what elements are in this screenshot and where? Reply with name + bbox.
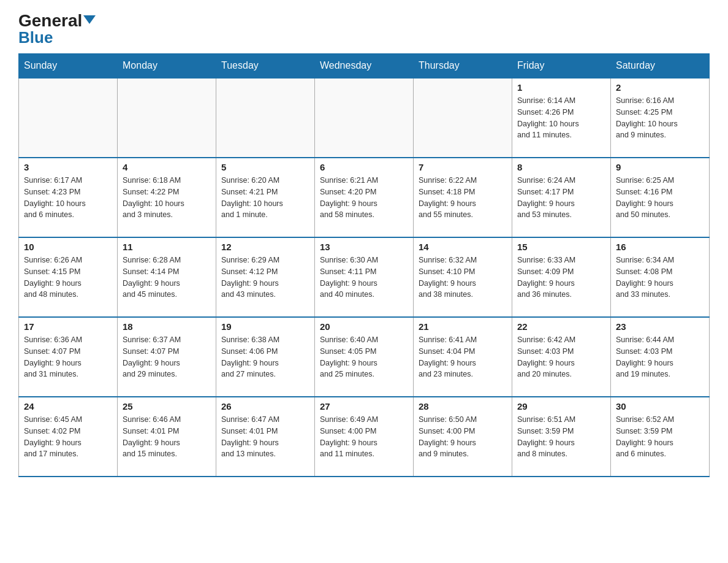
day-number: 20 <box>320 321 408 332</box>
calendar-cell: 22Sunrise: 6:42 AMSunset: 4:03 PMDayligh… <box>512 317 611 397</box>
calendar-cell: 14Sunrise: 6:32 AMSunset: 4:10 PMDayligh… <box>414 237 512 317</box>
day-number: 17 <box>24 321 112 332</box>
calendar-cell: 8Sunrise: 6:24 AMSunset: 4:17 PMDaylight… <box>512 158 611 237</box>
calendar-cell: 27Sunrise: 6:49 AMSunset: 4:00 PMDayligh… <box>315 397 414 477</box>
day-number: 22 <box>517 321 605 332</box>
day-number: 23 <box>616 321 704 332</box>
calendar-cell: 1Sunrise: 6:14 AMSunset: 4:26 PMDaylight… <box>512 78 611 158</box>
logo: General Blue <box>18 12 96 47</box>
day-number: 14 <box>419 242 507 252</box>
day-number: 26 <box>221 401 309 412</box>
day-number: 27 <box>320 401 408 412</box>
day-number: 2 <box>616 82 704 93</box>
day-info: Sunrise: 6:38 AMSunset: 4:06 PMDaylight:… <box>221 334 309 380</box>
day-info: Sunrise: 6:14 AMSunset: 4:26 PMDaylight:… <box>517 95 605 141</box>
day-info: Sunrise: 6:49 AMSunset: 4:00 PMDaylight:… <box>320 414 408 460</box>
day-info: Sunrise: 6:52 AMSunset: 3:59 PMDaylight:… <box>616 414 704 460</box>
day-info: Sunrise: 6:51 AMSunset: 3:59 PMDaylight:… <box>517 414 605 460</box>
calendar-cell: 28Sunrise: 6:50 AMSunset: 4:00 PMDayligh… <box>414 397 512 477</box>
calendar-cell: 15Sunrise: 6:33 AMSunset: 4:09 PMDayligh… <box>512 237 611 317</box>
calendar-cell: 11Sunrise: 6:28 AMSunset: 4:14 PMDayligh… <box>118 237 216 317</box>
calendar-cell: 4Sunrise: 6:18 AMSunset: 4:22 PMDaylight… <box>118 158 216 237</box>
day-number: 4 <box>123 162 211 172</box>
day-info: Sunrise: 6:30 AMSunset: 4:11 PMDaylight:… <box>320 255 408 301</box>
day-number: 7 <box>419 162 507 172</box>
day-number: 3 <box>24 162 112 172</box>
calendar-header-row: SundayMondayTuesdayWednesdayThursdayFrid… <box>19 54 710 79</box>
calendar-cell: 16Sunrise: 6:34 AMSunset: 4:08 PMDayligh… <box>611 237 710 317</box>
logo-blue: Blue <box>18 28 53 47</box>
logo-general: General <box>18 12 96 29</box>
calendar-cell: 26Sunrise: 6:47 AMSunset: 4:01 PMDayligh… <box>216 397 315 477</box>
calendar-cell: 5Sunrise: 6:20 AMSunset: 4:21 PMDaylight… <box>216 158 315 237</box>
day-number: 18 <box>123 321 211 332</box>
day-number: 11 <box>123 242 211 252</box>
day-info: Sunrise: 6:26 AMSunset: 4:15 PMDaylight:… <box>24 255 112 301</box>
day-info: Sunrise: 6:37 AMSunset: 4:07 PMDaylight:… <box>123 334 211 380</box>
calendar-cell: 2Sunrise: 6:16 AMSunset: 4:25 PMDaylight… <box>611 78 710 158</box>
day-info: Sunrise: 6:33 AMSunset: 4:09 PMDaylight:… <box>517 255 605 301</box>
calendar-week-4: 17Sunrise: 6:36 AMSunset: 4:07 PMDayligh… <box>19 317 710 397</box>
day-info: Sunrise: 6:16 AMSunset: 4:25 PMDaylight:… <box>616 95 704 141</box>
calendar-cell: 10Sunrise: 6:26 AMSunset: 4:15 PMDayligh… <box>19 237 118 317</box>
day-number: 5 <box>221 162 309 172</box>
day-number: 13 <box>320 242 408 252</box>
day-number: 28 <box>419 401 507 412</box>
day-number: 19 <box>221 321 309 332</box>
day-info: Sunrise: 6:29 AMSunset: 4:12 PMDaylight:… <box>221 255 309 301</box>
day-number: 9 <box>616 162 704 172</box>
calendar-cell: 20Sunrise: 6:40 AMSunset: 4:05 PMDayligh… <box>315 317 414 397</box>
calendar-cell: 3Sunrise: 6:17 AMSunset: 4:23 PMDaylight… <box>19 158 118 237</box>
day-header-saturday: Saturday <box>611 54 710 79</box>
calendar-table: SundayMondayTuesdayWednesdayThursdayFrid… <box>18 53 710 477</box>
day-info: Sunrise: 6:25 AMSunset: 4:16 PMDaylight:… <box>616 175 704 221</box>
day-number: 10 <box>24 242 112 252</box>
calendar-cell: 29Sunrise: 6:51 AMSunset: 3:59 PMDayligh… <box>512 397 611 477</box>
day-info: Sunrise: 6:42 AMSunset: 4:03 PMDaylight:… <box>517 334 605 380</box>
day-info: Sunrise: 6:17 AMSunset: 4:23 PMDaylight:… <box>24 175 112 221</box>
day-info: Sunrise: 6:21 AMSunset: 4:20 PMDaylight:… <box>320 175 408 221</box>
day-number: 21 <box>419 321 507 332</box>
day-info: Sunrise: 6:22 AMSunset: 4:18 PMDaylight:… <box>419 175 507 221</box>
day-number: 29 <box>517 401 605 412</box>
day-info: Sunrise: 6:20 AMSunset: 4:21 PMDaylight:… <box>221 175 309 221</box>
calendar-cell: 12Sunrise: 6:29 AMSunset: 4:12 PMDayligh… <box>216 237 315 317</box>
calendar-cell <box>118 78 216 158</box>
day-number: 15 <box>517 242 605 252</box>
calendar-cell: 23Sunrise: 6:44 AMSunset: 4:03 PMDayligh… <box>611 317 710 397</box>
calendar-cell: 19Sunrise: 6:38 AMSunset: 4:06 PMDayligh… <box>216 317 315 397</box>
calendar-cell: 18Sunrise: 6:37 AMSunset: 4:07 PMDayligh… <box>118 317 216 397</box>
calendar-week-2: 3Sunrise: 6:17 AMSunset: 4:23 PMDaylight… <box>19 158 710 237</box>
day-info: Sunrise: 6:32 AMSunset: 4:10 PMDaylight:… <box>419 255 507 301</box>
day-info: Sunrise: 6:44 AMSunset: 4:03 PMDaylight:… <box>616 334 704 380</box>
day-info: Sunrise: 6:47 AMSunset: 4:01 PMDaylight:… <box>221 414 309 460</box>
day-number: 1 <box>517 82 605 93</box>
day-number: 30 <box>616 401 704 412</box>
day-number: 16 <box>616 242 704 252</box>
day-header-sunday: Sunday <box>19 54 118 79</box>
day-header-monday: Monday <box>118 54 216 79</box>
day-info: Sunrise: 6:36 AMSunset: 4:07 PMDaylight:… <box>24 334 112 380</box>
day-info: Sunrise: 6:45 AMSunset: 4:02 PMDaylight:… <box>24 414 112 460</box>
day-number: 12 <box>221 242 309 252</box>
day-info: Sunrise: 6:41 AMSunset: 4:04 PMDaylight:… <box>419 334 507 380</box>
calendar-cell: 24Sunrise: 6:45 AMSunset: 4:02 PMDayligh… <box>19 397 118 477</box>
day-number: 25 <box>123 401 211 412</box>
calendar-week-3: 10Sunrise: 6:26 AMSunset: 4:15 PMDayligh… <box>19 237 710 317</box>
day-header-tuesday: Tuesday <box>216 54 315 79</box>
calendar-cell: 21Sunrise: 6:41 AMSunset: 4:04 PMDayligh… <box>414 317 512 397</box>
day-info: Sunrise: 6:18 AMSunset: 4:22 PMDaylight:… <box>123 175 211 221</box>
calendar-cell: 9Sunrise: 6:25 AMSunset: 4:16 PMDaylight… <box>611 158 710 237</box>
page-header: General Blue <box>18 12 710 47</box>
calendar-cell <box>414 78 512 158</box>
calendar-cell <box>19 78 118 158</box>
calendar-cell: 7Sunrise: 6:22 AMSunset: 4:18 PMDaylight… <box>414 158 512 237</box>
day-header-wednesday: Wednesday <box>315 54 414 79</box>
calendar-cell <box>315 78 414 158</box>
calendar-cell: 17Sunrise: 6:36 AMSunset: 4:07 PMDayligh… <box>19 317 118 397</box>
logo-triangle-icon <box>83 15 96 24</box>
day-number: 6 <box>320 162 408 172</box>
calendar-cell: 25Sunrise: 6:46 AMSunset: 4:01 PMDayligh… <box>118 397 216 477</box>
day-number: 24 <box>24 401 112 412</box>
calendar-week-5: 24Sunrise: 6:45 AMSunset: 4:02 PMDayligh… <box>19 397 710 477</box>
